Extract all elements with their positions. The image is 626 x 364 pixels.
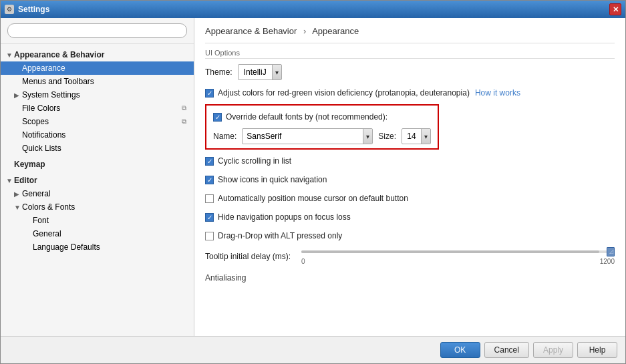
label-hide-navigation: Hide navigation popups on focus loss [218, 212, 351, 222]
checkbox-show-icons[interactable]: ✓ [205, 176, 214, 184]
tree-item-editor: ▼ Editor ▶ General ▼ Colors & Fonts [1, 172, 194, 255]
checkbox-adjust-colors[interactable]: ✓ [205, 89, 214, 98]
slider-fill [301, 250, 599, 253]
sidebar-item-appearance-behavior[interactable]: ▼ Appearance & Behavior [1, 48, 194, 61]
option-override-fonts: ✓ Override default fonts by (not recomme… [213, 110, 431, 124]
sidebar-tree: ▼ Appearance & Behavior ▶ Appearance ▶ M… [1, 44, 194, 336]
tree-item-keymap: ▶ Keymap [1, 156, 194, 172]
slider-labels: 0 1200 [301, 258, 615, 265]
font-override-row: Name: ▾ Size: ▾ [213, 128, 431, 144]
triangle-colors-fonts: ▼ [14, 204, 22, 211]
slider-track: ◿ [301, 250, 615, 253]
sidebar-item-general[interactable]: ▶ General [1, 187, 194, 200]
cancel-button[interactable]: Cancel [484, 342, 529, 358]
checkbox-cyclic-scrolling[interactable]: ✓ [205, 157, 214, 166]
sidebar-item-scopes[interactable]: ▶ Scopes ⧉ [1, 115, 194, 128]
sidebar-label-keymap: Keymap [14, 160, 45, 169]
main-panel: Appearance & Behavior › Appearance UI Op… [194, 18, 625, 336]
app-icon: ⚙ [5, 5, 14, 14]
theme-label: Theme: [205, 67, 232, 77]
sidebar-label-scopes: Scopes [22, 117, 49, 126]
theme-row: Theme: IntelliJ ▾ [205, 64, 615, 80]
checkbox-auto-position[interactable] [205, 194, 214, 203]
checkbox-override-fonts[interactable]: ✓ [213, 113, 222, 122]
checkbox-drag-drop[interactable] [205, 232, 214, 240]
sidebar-item-system-settings[interactable]: ▶ System Settings [1, 88, 194, 102]
sidebar-label-colors-fonts: Colors & Fonts [22, 202, 75, 212]
antialiasing-row: Antialiasing [205, 269, 615, 284]
content-area: ▼ Appearance & Behavior ▶ Appearance ▶ M… [1, 18, 625, 336]
bottom-bar: OK Cancel Apply Help [1, 336, 625, 363]
sidebar-item-editor[interactable]: ▼ Editor [1, 174, 194, 187]
copy-icon-scopes: ⧉ [179, 117, 188, 126]
sidebar-label-file-colors: File Colors [22, 104, 60, 113]
sidebar-label-system-settings: System Settings [22, 90, 80, 100]
font-name-dropdown[interactable]: ▾ [242, 128, 373, 144]
triangle-icon: ▼ [6, 51, 14, 59]
font-size-input[interactable] [402, 130, 421, 142]
sidebar-item-file-colors[interactable]: ▶ File Colors ⧉ [1, 102, 194, 115]
label-override-fonts: Override default fonts by (not recommend… [226, 112, 387, 122]
breadcrumb: Appearance & Behavior › Appearance [205, 26, 615, 36]
sidebar-item-quick-lists[interactable]: ▶ Quick Lists [1, 142, 194, 155]
breadcrumb-separator: › [303, 26, 306, 36]
window-title: Settings [18, 5, 49, 14]
font-name-label: Name: [213, 132, 237, 141]
sidebar-label-appearance: Appearance [22, 63, 65, 73]
theme-dropdown-btn[interactable]: ▾ [272, 65, 281, 79]
search-box [1, 18, 194, 44]
font-size-dropdown-btn[interactable]: ▾ [421, 129, 430, 144]
antialiasing-label: Antialiasing [205, 273, 246, 283]
sidebar-item-general-cf[interactable]: ▶ General [1, 227, 194, 240]
sidebar: ▼ Appearance & Behavior ▶ Appearance ▶ M… [1, 18, 194, 336]
sidebar-label-font: Font [33, 216, 49, 225]
sidebar-label-editor: Editor [14, 176, 37, 185]
tooltip-slider-row: Tooltip initial delay (ms): ◿ 0 [205, 247, 615, 265]
label-auto-position: Automatically position mouse cursor on d… [218, 194, 408, 203]
override-inner: ✓ Override default fonts by (not recomme… [213, 110, 431, 144]
sidebar-label-menus-toolbars: Menus and Toolbars [22, 77, 94, 86]
triangle-editor: ▼ [6, 177, 14, 184]
ok-button[interactable]: OK [440, 342, 480, 358]
settings-window: ⚙ Settings ✕ ▼ Appearance & Behavior [0, 0, 626, 364]
slider-track-area: ◿ [301, 247, 615, 256]
tooltip-label: Tooltip initial delay (ms): [205, 252, 291, 261]
option-drag-drop: Drag-n-Drop with ALT pressed only [205, 228, 615, 243]
sidebar-item-font[interactable]: ▶ Font [1, 214, 194, 227]
link-how-it-works[interactable]: How it works [475, 88, 520, 98]
sidebar-label-appearance-behavior: Appearance & Behavior [14, 50, 104, 59]
label-adjust-colors: Adjust colors for red-green vision defic… [218, 88, 470, 98]
breadcrumb-current: Appearance [312, 26, 359, 36]
slider-min: 0 [301, 258, 305, 265]
close-button[interactable]: ✕ [609, 3, 621, 15]
checkbox-hide-navigation[interactable]: ✓ [205, 213, 214, 222]
tooltip-row: Tooltip initial delay (ms): ◿ 0 [205, 247, 615, 265]
font-name-dropdown-btn[interactable]: ▾ [363, 129, 372, 144]
sidebar-item-menus-toolbars[interactable]: ▶ Menus and Toolbars [1, 75, 194, 88]
font-size-dropdown[interactable]: ▾ [402, 128, 431, 144]
section-label-ui-options: UI Options [205, 49, 615, 59]
sidebar-label-quick-lists: Quick Lists [22, 144, 61, 153]
label-cyclic-scrolling: Cyclic scrolling in list [218, 156, 291, 166]
tree-item-appearance-behavior: ▼ Appearance & Behavior ▶ Appearance ▶ M… [1, 47, 194, 156]
font-name-input[interactable] [243, 130, 363, 142]
sidebar-item-keymap[interactable]: ▶ Keymap [1, 158, 194, 171]
label-show-icons: Show icons in quick navigation [218, 175, 327, 184]
sidebar-item-colors-fonts[interactable]: ▼ Colors & Fonts [1, 200, 194, 214]
theme-dropdown[interactable]: IntelliJ ▾ [238, 64, 282, 80]
help-button[interactable]: Help [577, 342, 617, 358]
label-drag-drop: Drag-n-Drop with ALT pressed only [218, 231, 342, 240]
theme-value: IntelliJ [239, 66, 272, 78]
search-input[interactable] [7, 23, 187, 38]
option-adjust-colors: ✓ Adjust colors for red-green vision def… [205, 85, 615, 100]
sidebar-label-language-defaults: Language Defaults [33, 242, 100, 252]
triangle-general: ▶ [14, 190, 22, 198]
breadcrumb-parent: Appearance & Behavior [205, 26, 297, 36]
titlebar: ⚙ Settings ✕ [1, 1, 625, 18]
sidebar-item-notifications[interactable]: ▶ Notifications [1, 128, 194, 142]
divider [205, 43, 615, 43]
sidebar-item-appearance[interactable]: ▶ Appearance [1, 61, 194, 75]
slider-thumb[interactable]: ◿ [607, 247, 615, 256]
sidebar-item-language-defaults[interactable]: ▶ Language Defaults [1, 240, 194, 254]
apply-button[interactable]: Apply [533, 342, 573, 358]
